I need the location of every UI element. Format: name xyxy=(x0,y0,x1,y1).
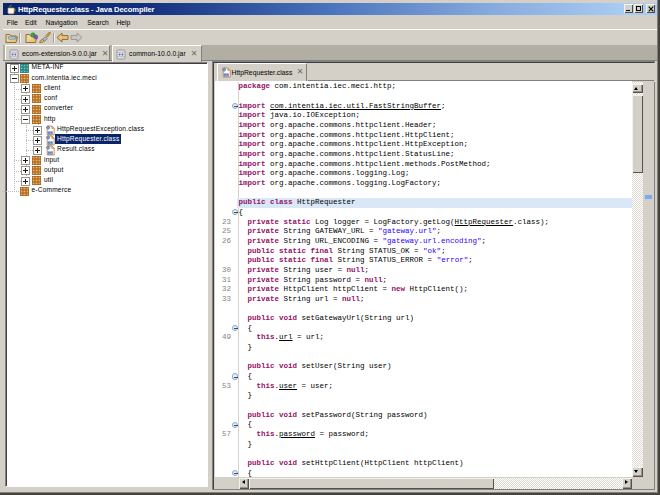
svg-text:010: 010 xyxy=(223,73,228,77)
